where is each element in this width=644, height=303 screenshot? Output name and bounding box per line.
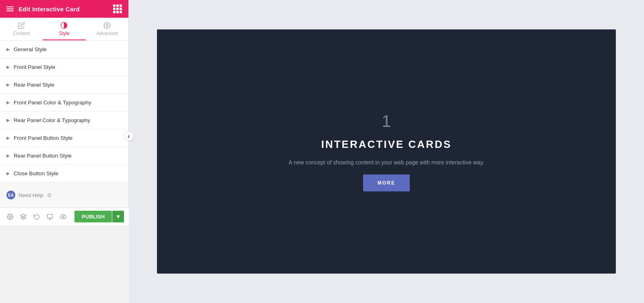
- section-general-style-label: General Style: [14, 46, 47, 52]
- svg-marker-3: [21, 214, 26, 217]
- svg-point-1: [106, 25, 108, 27]
- card-title: INTERACTIVE CARDS: [321, 138, 452, 151]
- tab-advanced[interactable]: Advanced: [86, 18, 128, 40]
- tab-style-label: Style: [59, 31, 70, 36]
- layers-icon[interactable]: [18, 211, 28, 222]
- section-front-panel-color-typography: ▶ Front Panel Color & Typography: [0, 94, 128, 112]
- tab-content-label: Content: [13, 31, 30, 36]
- need-help-label: Need Help: [19, 192, 43, 198]
- card-more-button[interactable]: MORE: [363, 174, 410, 191]
- chevron-right-icon: ▶: [6, 118, 10, 123]
- history-icon[interactable]: [31, 211, 41, 222]
- section-rear-panel-button-style: ▶ Rear Panel Button Style: [0, 147, 128, 165]
- section-rear-panel-style-header[interactable]: ▶ Rear Panel Style: [0, 76, 128, 93]
- section-close-button-style-header[interactable]: ▶ Close Button Style: [0, 165, 128, 182]
- section-front-panel-style-header[interactable]: ▶ Front Panel Style: [0, 58, 128, 76]
- section-rear-panel-button-style-header[interactable]: ▶ Rear Panel Button Style: [0, 147, 128, 164]
- publish-group: PUBLISH ▼: [74, 211, 124, 222]
- section-front-panel-color-typography-label: Front Panel Color & Typography: [14, 100, 91, 106]
- section-front-panel-color-typography-header[interactable]: ▶ Front Panel Color & Typography: [0, 94, 128, 111]
- need-help-section: EA Need Help ⭘︎: [0, 183, 128, 208]
- svg-rect-4: [47, 214, 52, 218]
- chevron-right-icon: ▶: [6, 171, 10, 176]
- tab-style[interactable]: Style: [43, 18, 85, 40]
- svg-point-7: [62, 216, 64, 218]
- section-close-button-style-label: Close Button Style: [14, 170, 58, 176]
- sidebar-sections: ▶ General Style ▶ Front Panel Style ▶ Re…: [0, 41, 128, 183]
- help-circle-icon[interactable]: ⭘︎: [46, 192, 52, 199]
- section-rear-panel-color-typography: ▶ Rear Panel Color & Typography: [0, 112, 128, 129]
- chevron-right-icon: ▶: [6, 153, 10, 158]
- tab-content[interactable]: Content: [0, 18, 43, 40]
- section-rear-panel-color-typography-header[interactable]: ▶ Rear Panel Color & Typography: [0, 112, 128, 129]
- card-description: A new concept of showing content in your…: [289, 158, 484, 167]
- grid-menu-icon[interactable]: [113, 4, 122, 13]
- section-front-panel-style-label: Front Panel Style: [14, 64, 56, 70]
- section-general-style-header[interactable]: ▶ General Style: [0, 41, 128, 58]
- section-rear-panel-style-label: Rear Panel Style: [14, 82, 54, 88]
- sidebar-header: Edit Interactive Card: [0, 0, 128, 18]
- gear-icon: [103, 22, 111, 29]
- settings-icon[interactable]: [5, 211, 15, 222]
- ea-badge: EA: [6, 191, 15, 199]
- section-rear-panel-style: ▶ Rear Panel Style: [0, 76, 128, 94]
- pencil-icon: [18, 22, 25, 29]
- section-front-panel-button-style-label: Front Panel Button Style: [14, 135, 72, 141]
- bottom-toolbar: PUBLISH ▼: [0, 208, 129, 225]
- chevron-right-icon: ▶: [6, 135, 10, 141]
- chevron-right-icon: ▶: [6, 47, 10, 52]
- chevron-right-icon: ▶: [6, 82, 10, 87]
- eye-icon[interactable]: [58, 211, 68, 222]
- section-rear-panel-button-style-label: Rear Panel Button Style: [14, 153, 72, 159]
- sidebar: Edit Interactive Card Content: [0, 0, 129, 225]
- tab-advanced-label: Advanced: [96, 31, 118, 36]
- card-inner: 1 INTERACTIVE CARDS A new concept of sho…: [289, 112, 484, 191]
- section-front-panel-style: ▶ Front Panel Style: [0, 58, 128, 76]
- section-general-style: ▶ General Style: [0, 41, 128, 58]
- publish-button[interactable]: PUBLISH: [74, 211, 112, 222]
- section-rear-panel-color-typography-label: Rear Panel Color & Typography: [14, 117, 90, 123]
- svg-point-2: [9, 216, 11, 218]
- hamburger-menu-icon[interactable]: [6, 6, 14, 11]
- main-content: 1 INTERACTIVE CARDS A new concept of sho…: [129, 0, 644, 303]
- section-front-panel-button-style: ▶ Front Panel Button Style: [0, 129, 128, 147]
- section-close-button-style: ▶ Close Button Style: [0, 165, 128, 183]
- card-number: 1: [382, 112, 391, 131]
- sidebar-tabs: Content Style Advanced: [0, 18, 128, 41]
- style-icon: [60, 22, 68, 29]
- card-preview: 1 INTERACTIVE CARDS A new concept of sho…: [157, 29, 616, 274]
- chevron-right-icon: ▶: [6, 100, 10, 105]
- monitor-icon[interactable]: [45, 211, 55, 222]
- publish-caret-button[interactable]: ▼: [112, 211, 124, 222]
- chevron-right-icon: ▶: [6, 64, 10, 70]
- sidebar-title: Edit Interactive Card: [19, 6, 80, 12]
- section-front-panel-button-style-header[interactable]: ▶ Front Panel Button Style: [0, 129, 128, 147]
- sidebar-collapse-arrow[interactable]: ‹: [124, 131, 134, 141]
